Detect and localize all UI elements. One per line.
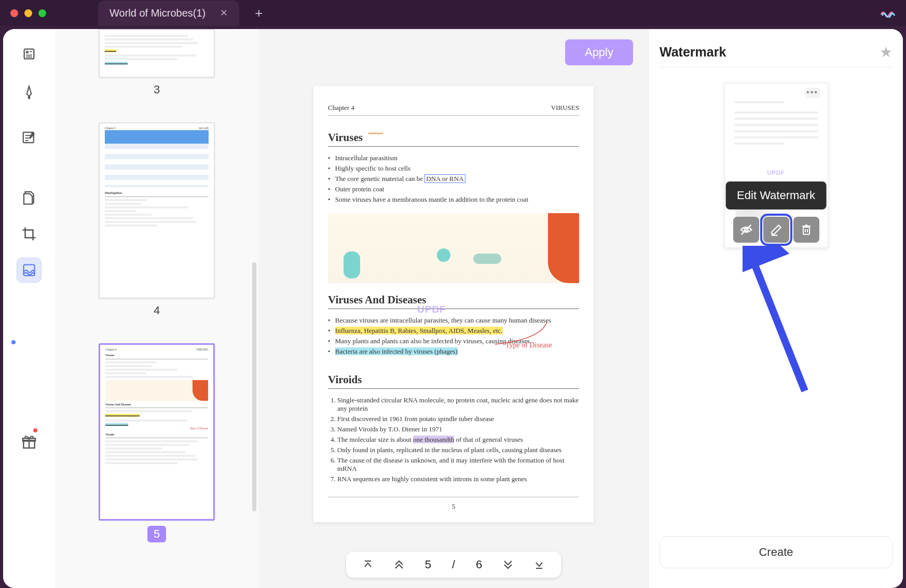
watermark-panel: Watermark ★ ••• UPDF Edit Watermark (649, 29, 903, 588)
active-tool-indicator (11, 340, 16, 344)
current-page[interactable]: 5 (425, 558, 431, 571)
next-page-button[interactable] (503, 559, 513, 570)
type-of-disease-annotation: Type of Disease (505, 341, 552, 349)
titlebar: World of Microbes(1) ✕ + (0, 0, 906, 26)
edit-watermark-tooltip: Edit Watermark (725, 181, 827, 209)
tutorial-arrow (743, 246, 815, 401)
apply-button[interactable]: Apply (565, 39, 633, 65)
virus-infographic (328, 213, 579, 283)
new-tab-button[interactable]: + (255, 5, 263, 21)
document-tab[interactable]: World of Microbes(1) ✕ (98, 1, 239, 26)
thumbnail-number-4: 4 (154, 304, 160, 317)
heading-diseases: Viruses And Diseases (328, 293, 579, 309)
reader-tool[interactable] (17, 41, 42, 66)
app-logo-icon (880, 8, 896, 18)
crop-tool[interactable] (17, 221, 42, 246)
page-navigator: 5 / 6 (346, 552, 561, 578)
chapter-label: Chapter 4 (328, 104, 354, 112)
thumbnail-number-5: 5 (147, 526, 166, 542)
highlighter-tool[interactable] (17, 80, 42, 105)
close-window-button[interactable] (10, 9, 18, 17)
thumbnail-scrollbar[interactable] (252, 262, 256, 511)
thumbnail-page-5[interactable]: Chapter 4VIRUSES Viruses Viruses And Dis… (99, 343, 215, 521)
last-page-button[interactable] (534, 559, 544, 570)
svg-line-25 (750, 254, 805, 391)
app-frame: ▬▬▬▬ ▬▬▬▬▬▬▬▬ 3 Chapter 3ALGAE Dinoflage… (3, 29, 903, 588)
close-tab-button[interactable]: ✕ (220, 7, 228, 19)
edit-watermark-button[interactable] (763, 217, 789, 243)
minimize-window-button[interactable] (24, 9, 32, 17)
page-separator: / (452, 558, 455, 571)
create-watermark-button[interactable]: Create (660, 536, 893, 568)
notification-dot (33, 428, 37, 432)
svg-rect-5 (28, 96, 30, 99)
edit-text-tool[interactable] (17, 125, 42, 150)
traffic-lights (10, 9, 46, 17)
heading-viroids: Viroids (328, 373, 579, 389)
delete-watermark-button[interactable] (793, 217, 819, 243)
squiggle-annotation: 〰〰 (368, 130, 383, 138)
prev-page-button[interactable] (394, 559, 404, 570)
viroids-ordered-list: Single-stranded circular RNA molecule, n… (328, 396, 579, 483)
more-options-button[interactable]: ••• (805, 88, 820, 98)
left-tool-rail (3, 29, 55, 588)
chapter-topic: VIRUSES (551, 104, 579, 112)
svg-rect-19 (803, 227, 809, 234)
maximize-window-button[interactable] (38, 9, 46, 17)
thumbnail-page-4[interactable]: Chapter 3ALGAE Dinoflagellata (99, 122, 215, 299)
thumbnail-pane[interactable]: ▬▬▬▬ ▬▬▬▬▬▬▬▬ 3 Chapter 3ALGAE Dinoflage… (55, 29, 258, 588)
diseases-highlight: Influenza, Hepatitis B, Rabies, Smallpox… (335, 327, 503, 334)
thousandth-highlight: one thousandth (413, 436, 454, 443)
tab-title: World of Microbes(1) (109, 7, 205, 19)
favorite-button[interactable]: ★ (880, 44, 893, 61)
watermark-tool[interactable] (17, 258, 42, 283)
heading-viruses: Viruses 〰〰 (328, 131, 579, 147)
watermark-preview-label: UPDF (725, 170, 828, 176)
gift-button[interactable] (17, 429, 42, 454)
first-page-button[interactable] (363, 559, 373, 570)
svg-line-17 (741, 225, 751, 235)
bacteria-highlight: Bacteria are also infected by viruses (p… (335, 347, 458, 355)
viruses-bullet-list: Intracellular parasitism Highly specific… (328, 154, 579, 204)
svg-rect-1 (26, 51, 29, 53)
panel-title: Watermark (660, 45, 726, 60)
dna-rna-box: DNA or RNA (424, 174, 465, 183)
document-page: Chapter 4 VIRUSES Viruses 〰〰 Intracellul… (313, 86, 594, 522)
organize-pages-tool[interactable] (17, 185, 42, 210)
thumbnail-page-3[interactable]: ▬▬▬▬ ▬▬▬▬▬▬▬▬ (99, 29, 215, 78)
document-viewer[interactable]: Apply Chapter 4 VIRUSES Viruses 〰〰 Intra… (258, 29, 649, 588)
page-number: 5 (328, 497, 579, 511)
total-pages: 6 (476, 558, 482, 571)
page-watermark: UPDF (417, 304, 446, 315)
thumbnail-number-3: 3 (154, 83, 160, 96)
panel-divider (660, 67, 893, 67)
hide-watermark-button[interactable] (733, 217, 759, 243)
